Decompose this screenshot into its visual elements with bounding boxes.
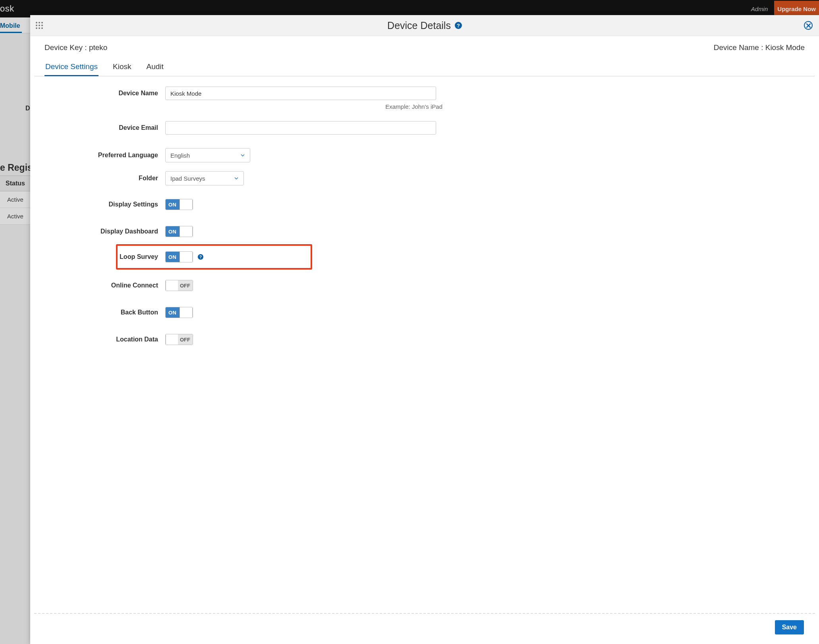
device-name-display: Device Name : Kiosk Mode [714, 43, 805, 52]
row-display-settings: Display Settings ON [30, 199, 775, 210]
select-preferred-language[interactable]: English [165, 148, 250, 162]
chevron-down-icon [234, 176, 239, 181]
toggle-display-dashboard[interactable]: ON [165, 226, 193, 237]
label-folder: Folder [30, 175, 165, 182]
modal-tabs: Device Settings Kiosk Audit [34, 52, 815, 76]
toggle-location-data[interactable]: OFF [165, 334, 193, 345]
help-icon[interactable]: ? [198, 254, 203, 260]
row-back-button: Back Button ON [30, 307, 775, 318]
row-loop-survey-highlight: Loop Survey ON ? [116, 244, 775, 270]
device-key-value: pteko [89, 43, 107, 52]
device-name-label: Device Name : [714, 43, 763, 52]
select-value: Ipad Surveys [170, 175, 205, 182]
modal-title-text: Device Details [387, 20, 451, 31]
label-back-button: Back Button [30, 309, 165, 316]
toggle-state: ON [168, 202, 177, 208]
toggle-back-button[interactable]: ON [165, 307, 193, 318]
device-key: Device Key : pteko [44, 43, 107, 52]
toggle-loop-survey[interactable]: ON [165, 251, 193, 262]
close-icon [806, 23, 811, 28]
row-preferred-language: Preferred Language English [30, 148, 775, 162]
toggle-state: OFF [180, 337, 190, 343]
device-key-label: Device Key : [44, 43, 87, 52]
toggle-state: OFF [180, 283, 190, 289]
tab-device-settings[interactable]: Device Settings [44, 60, 99, 76]
chevron-down-icon [240, 153, 245, 158]
tab-audit[interactable]: Audit [145, 60, 164, 76]
toggle-display-settings[interactable]: ON [165, 199, 193, 210]
modal-title: Device Details ? [387, 20, 462, 31]
modal-header: Device Details ? [30, 15, 819, 36]
label-device-name: Device Name [30, 90, 165, 97]
row-device-name: Device Name [30, 87, 775, 100]
toggle-online-connect[interactable]: OFF [165, 280, 193, 291]
help-icon[interactable]: ? [455, 22, 462, 29]
label-display-settings: Display Settings [30, 201, 165, 208]
label-device-email: Device Email [30, 124, 165, 131]
row-device-email: Device Email [30, 121, 775, 135]
row-online-connect: Online Connect OFF [30, 280, 775, 291]
drag-handle-icon[interactable] [36, 22, 43, 29]
select-value: English [170, 152, 190, 159]
input-device-name[interactable] [165, 87, 436, 100]
form-area: Device Name Example: John's iPad Device … [30, 76, 819, 613]
device-name-value: Kiosk Mode [765, 43, 805, 52]
label-loop-survey: Loop Survey [118, 253, 165, 260]
row-location-data: Location Data OFF [30, 334, 775, 345]
modal-footer: Save [34, 613, 815, 644]
device-details-modal: Device Details ? Device Key : pteko Devi… [30, 15, 819, 644]
toggle-state: ON [168, 229, 177, 235]
save-button[interactable]: Save [775, 620, 804, 634]
highlight-box: Loop Survey ON ? [116, 244, 312, 270]
modal-subheader: Device Key : pteko Device Name : Kiosk M… [30, 36, 819, 52]
toggle-state: ON [168, 310, 177, 316]
hint-device-name: Example: John's iPad [30, 103, 442, 110]
label-preferred-language: Preferred Language [30, 152, 165, 159]
tab-kiosk[interactable]: Kiosk [112, 60, 132, 76]
label-online-connect: Online Connect [30, 282, 165, 289]
toggle-state: ON [168, 254, 177, 260]
label-location-data: Location Data [30, 336, 165, 343]
close-button[interactable] [804, 21, 813, 30]
row-display-dashboard: Display Dashboard ON [30, 226, 775, 237]
input-device-email[interactable] [165, 121, 436, 135]
select-folder[interactable]: Ipad Surveys [165, 171, 244, 185]
label-display-dashboard: Display Dashboard [30, 228, 165, 235]
row-folder: Folder Ipad Surveys [30, 171, 775, 185]
